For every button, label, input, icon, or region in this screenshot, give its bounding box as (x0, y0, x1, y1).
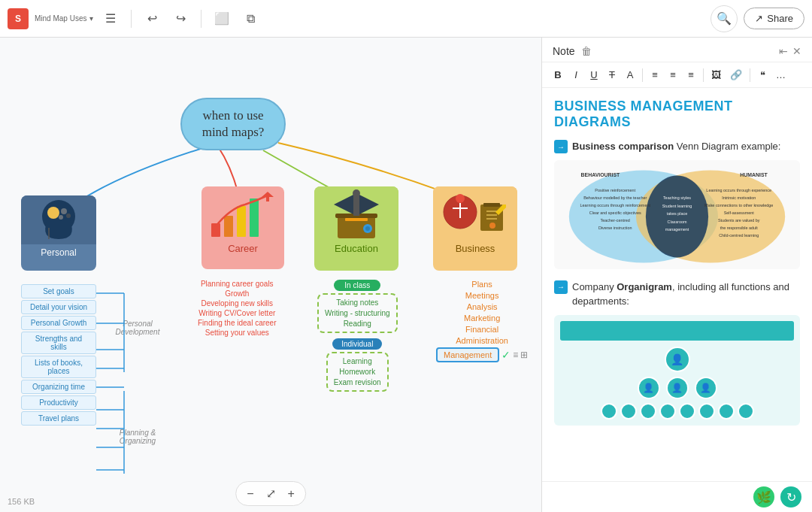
note-action-button-2[interactable]: ↻ (780, 486, 801, 507)
career-item-6[interactable]: Setting your values (198, 329, 277, 337)
svg-text:the responsible adult: the responsible adult (720, 225, 759, 229)
career-item-3[interactable]: Developing new skills (198, 299, 277, 308)
personal-item-1[interactable]: Set goals (21, 284, 96, 298)
edu-item-6[interactable]: Exam revision (334, 378, 381, 386)
image-button[interactable]: 🖼 (707, 67, 725, 83)
edu-item-5[interactable]: Homework (334, 368, 381, 376)
note-collapse-button[interactable]: ⇤ (779, 45, 788, 57)
note-close-button[interactable]: ✕ (792, 45, 801, 57)
edu-item-1[interactable]: Taking notes (325, 298, 390, 307)
quote-button[interactable]: ❝ (754, 67, 771, 83)
redo-button[interactable]: ↪ (169, 8, 192, 30)
biz-item-5[interactable]: Financial (436, 325, 528, 334)
personal-item-3[interactable]: Personal Growth (21, 316, 96, 330)
note-title: Note (553, 45, 575, 57)
note-action-button-1[interactable]: 🌿 (753, 486, 774, 507)
note-body[interactable]: BUSINESS MANAGEMENT DIAGRAMS → Business … (542, 88, 812, 481)
svg-point-12 (47, 207, 59, 219)
svg-text:Positive reinforcement: Positive reinforcement (595, 188, 635, 192)
personal-item-8[interactable]: Travel plans (21, 411, 96, 426)
insert-button[interactable]: ⧉ (239, 8, 262, 30)
align-button[interactable]: ≡ (683, 67, 699, 83)
zoom-in-button[interactable]: + (285, 486, 298, 502)
edu-item-3[interactable]: Reading (325, 320, 390, 328)
personal-card[interactable]: Personal (21, 195, 96, 271)
personal-item-5[interactable]: Lists of books, places (21, 356, 96, 378)
svg-text:Child-centred learning: Child-centred learning (719, 232, 759, 237)
business-card[interactable]: Business (433, 186, 517, 271)
link-button[interactable]: 🔗 (726, 67, 746, 83)
svg-text:management: management (665, 226, 689, 231)
underline-button[interactable]: U (586, 67, 602, 83)
svg-text:Diverse instruction: Diverse instruction (598, 225, 632, 229)
note-panel: Note 🗑 ⇤ ✕ B I U T A ≡ ≡ ≡ 🖼 🔗 ❝ … (541, 38, 812, 512)
menu-dots-icon[interactable]: ≡ (513, 350, 518, 360)
central-node[interactable]: when to use mind maps? (180, 98, 286, 150)
biz-item-1[interactable]: Plans (436, 280, 528, 289)
frame-button[interactable]: ⬜ (211, 8, 233, 30)
main-content: when to use mind maps? Personal Set goal… (0, 38, 812, 512)
education-sub-items: In class Taking notes Writing - structur… (317, 280, 398, 392)
career-card[interactable]: Career (201, 186, 284, 269)
fmt-sep-2 (703, 68, 704, 82)
main-toolbar: S Mind Map Uses ▾ ☰ ↩ ↪ ⬜ ⧉ 🔍 ↗ Share (0, 0, 812, 38)
biz-item-4[interactable]: Marketing (436, 314, 528, 323)
svg-point-15 (66, 214, 71, 218)
org-header-bar (560, 321, 794, 341)
file-size-label: 156 KB (8, 497, 35, 506)
italic-button[interactable]: I (568, 67, 584, 83)
personal-item-4[interactable]: Strengths and skills (21, 332, 96, 354)
business-sub-items: Plans Meetings Analysis Marketing Financ… (436, 280, 528, 362)
menu-button[interactable]: ☰ (99, 8, 122, 30)
numbered-list-button[interactable]: ≡ (665, 67, 681, 83)
svg-text:Intrinsic motivation: Intrinsic motivation (722, 195, 756, 200)
org-level-3 (560, 403, 794, 420)
fmt-sep-3 (750, 68, 750, 82)
biz-item-7-management[interactable]: Management (436, 347, 499, 362)
edu-item-4[interactable]: Learning (334, 357, 381, 365)
svg-text:Learning occurs through experi: Learning occurs through experience (706, 188, 771, 192)
zoom-out-button[interactable]: − (244, 486, 256, 502)
svg-text:Make connections to other know: Make connections to other knowledge (704, 203, 773, 208)
mindmap-canvas[interactable]: when to use mind maps? Personal Set goal… (0, 38, 541, 512)
venn-diagram: BEHAVIOURIST HUMANIST Positive reinforce… (554, 160, 800, 269)
share-button[interactable]: ↗ Share (744, 8, 804, 29)
fmt-sep-1 (642, 68, 643, 82)
business-label: Business (433, 241, 517, 256)
svg-text:Students are valued by: Students are valued by (718, 217, 760, 222)
biz-item-3[interactable]: Analysis (436, 302, 528, 311)
undo-button[interactable]: ↩ (141, 8, 163, 30)
note-section-venn: → Business comparison Venn Diagram examp… (554, 139, 800, 269)
personal-item-7[interactable]: Productivity (21, 395, 96, 410)
fit-screen-button[interactable]: ⤢ (263, 485, 279, 502)
strikethrough-button[interactable]: T (604, 67, 620, 83)
edu-item-2[interactable]: Writing - structuring (325, 309, 390, 317)
personal-item-2[interactable]: Detail your vision (21, 300, 96, 314)
search-icon: 🔍 (717, 11, 732, 26)
personal-item-6[interactable]: Organizing time (21, 380, 96, 394)
note-formatting-bar: B I U T A ≡ ≡ ≡ 🖼 🔗 ❝ … (542, 62, 812, 88)
document-title[interactable]: Mind Map Uses ▾ (35, 14, 93, 23)
personal-sub-items: Set goals Detail your vision Personal Gr… (21, 284, 96, 426)
in-class-group: Taking notes Writing - structuring Readi… (317, 293, 398, 333)
note-trash-button[interactable]: 🗑 (581, 45, 592, 57)
note-footer: 🌿 ↻ (542, 481, 812, 512)
education-card[interactable]: Education (314, 186, 398, 271)
bold-button[interactable]: B (550, 67, 566, 83)
app-logo: S (8, 8, 29, 29)
career-item-1[interactable]: Planning career goals (198, 280, 277, 288)
expand-icon[interactable]: ⊞ (520, 350, 528, 360)
biz-item-6[interactable]: Administration (436, 336, 528, 345)
font-color-button[interactable]: A (622, 67, 638, 83)
bullet-list-button[interactable]: ≡ (647, 67, 663, 83)
biz-item-2[interactable]: Meetings (436, 291, 528, 300)
personal-label: Personal (21, 244, 96, 261)
svg-point-29 (365, 226, 370, 231)
career-item-2[interactable]: Growth (198, 289, 277, 298)
career-item-4[interactable]: Writing CV/Cover letter (198, 309, 277, 317)
career-item-5[interactable]: Finding the ideal career (198, 319, 277, 327)
search-button[interactable]: 🔍 (710, 5, 738, 32)
education-image (314, 186, 398, 241)
svg-rect-27 (345, 218, 368, 221)
more-button[interactable]: … (772, 67, 789, 83)
